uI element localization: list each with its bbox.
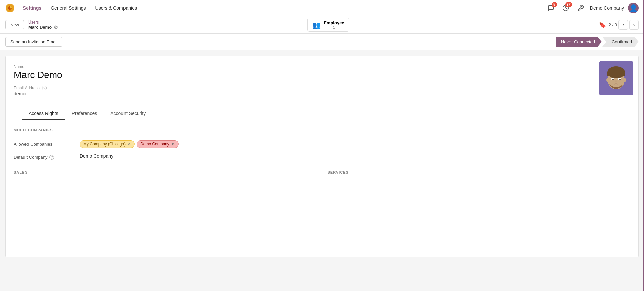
sections-grid: SALES SERVICES — [14, 170, 630, 183]
svg-point-11 — [623, 78, 626, 82]
new-button[interactable]: New — [5, 20, 24, 29]
svg-point-15 — [619, 79, 621, 80]
bookmark-icon[interactable]: 🔖 — [599, 21, 606, 29]
company-selector[interactable]: Demo Company — [590, 5, 624, 11]
services-section-title: SERVICES — [328, 170, 631, 177]
breadcrumb-current-label: Marc Demo — [28, 25, 52, 30]
email-field: Email Address ? demo — [14, 86, 630, 96]
chat-badge: 5 — [552, 2, 557, 7]
email-label: Email Address ? — [14, 86, 630, 90]
pager-prev-button[interactable]: ‹ — [618, 20, 628, 30]
app-logo[interactable] — [5, 3, 15, 13]
default-company-value: Demo Company — [80, 153, 113, 159]
menu-item-users-companies[interactable]: Users & Companies — [91, 3, 141, 13]
sales-section-title: SALES — [14, 170, 317, 177]
top-menu: Settings General Settings Users & Compan… — [19, 3, 546, 13]
services-section: SERVICES — [328, 170, 631, 183]
company-tag-chicago-label: My Company (Chicago) — [83, 142, 126, 147]
status-pipeline: Never Connected Confirmed — [556, 37, 639, 47]
email-value: demo — [14, 91, 630, 96]
settings-gear-icon[interactable]: ⚙ — [54, 25, 58, 30]
allowed-companies-value: My Company (Chicago) ✕ Demo Company ✕ — [80, 140, 179, 148]
company-tag-demo-label: Demo Company — [140, 142, 169, 147]
menu-item-settings[interactable]: Settings — [19, 3, 45, 13]
allowed-companies-row: Allowed Companies My Company (Chicago) ✕… — [14, 140, 630, 148]
user-header: Name Marc Demo Email Address ? demo Acce… — [6, 56, 638, 120]
user-avatar[interactable] — [599, 61, 633, 95]
activity-badge: 27 — [565, 2, 572, 7]
actionbar-right: 🔖 2 / 3 ‹ › — [599, 20, 639, 30]
employee-label: Employee — [324, 20, 344, 25]
remove-chicago-icon[interactable]: ✕ — [128, 142, 131, 147]
topnav-right: 5 27 Demo Company 👤 — [546, 3, 639, 13]
send-invitation-button[interactable]: Send an Invitation Email — [5, 37, 62, 47]
allowed-companies-label: Allowed Companies — [14, 140, 74, 147]
top-navigation: Settings General Settings Users & Compan… — [0, 0, 644, 16]
tab-account-security[interactable]: Account Security — [104, 107, 152, 120]
svg-point-14 — [612, 79, 614, 80]
sales-section: SALES — [14, 170, 317, 183]
right-border-accent — [643, 0, 644, 263]
default-company-label: Default Company ? — [14, 153, 74, 160]
default-company-help-icon[interactable]: ? — [49, 155, 54, 160]
tab-preferences[interactable]: Preferences — [65, 107, 104, 120]
tabs: Access Rights Preferences Account Securi… — [14, 107, 630, 120]
name-label: Name — [14, 64, 630, 69]
menu-item-general-settings[interactable]: General Settings — [47, 3, 90, 13]
actionbar: New Users Marc Demo ⚙ 👥 Employee 1 🔖 2 /… — [0, 16, 644, 34]
multi-companies-section-title: MULTI COMPANIES — [14, 128, 630, 135]
employee-button[interactable]: 👥 Employee 1 — [307, 18, 349, 32]
svg-point-10 — [606, 78, 609, 82]
employee-icon: 👥 — [312, 21, 321, 29]
email-help-icon[interactable]: ? — [42, 86, 47, 90]
employee-count: 1 — [324, 25, 344, 29]
breadcrumb-parent[interactable]: Users — [28, 20, 58, 25]
main-content-card: Name Marc Demo Email Address ? demo Acce… — [5, 56, 639, 257]
remove-demo-icon[interactable]: ✕ — [171, 142, 175, 147]
user-avatar-topnav[interactable]: 👤 — [628, 3, 639, 13]
status-step-never-connected[interactable]: Never Connected — [556, 37, 602, 47]
pager-text: 2 / 3 — [609, 22, 617, 27]
tab-access-rights[interactable]: Access Rights — [22, 107, 65, 120]
tab-content-access-rights: MULTI COMPANIES Allowed Companies My Com… — [6, 120, 638, 191]
pager: 2 / 3 ‹ › — [609, 20, 639, 30]
company-name: Demo Company — [590, 5, 624, 11]
activity-button[interactable]: 27 — [560, 3, 571, 13]
company-tag-demo[interactable]: Demo Company ✕ — [137, 140, 179, 148]
svg-rect-9 — [607, 72, 625, 76]
name-value: Marc Demo — [14, 70, 630, 80]
pager-next-button[interactable]: › — [629, 20, 639, 30]
actionbar-center: 👥 Employee 1 — [62, 18, 595, 32]
name-field: Name Marc Demo — [14, 64, 630, 80]
breadcrumb: Users Marc Demo ⚙ — [28, 20, 58, 30]
status-step-confirmed[interactable]: Confirmed — [602, 37, 639, 47]
company-tag-chicago[interactable]: My Company (Chicago) ✕ — [80, 140, 135, 148]
statusbar: Send an Invitation Email Never Connected… — [0, 34, 644, 50]
chat-button[interactable]: 5 — [546, 3, 556, 13]
tools-button[interactable] — [575, 3, 586, 13]
default-company-row: Default Company ? Demo Company — [14, 153, 630, 160]
